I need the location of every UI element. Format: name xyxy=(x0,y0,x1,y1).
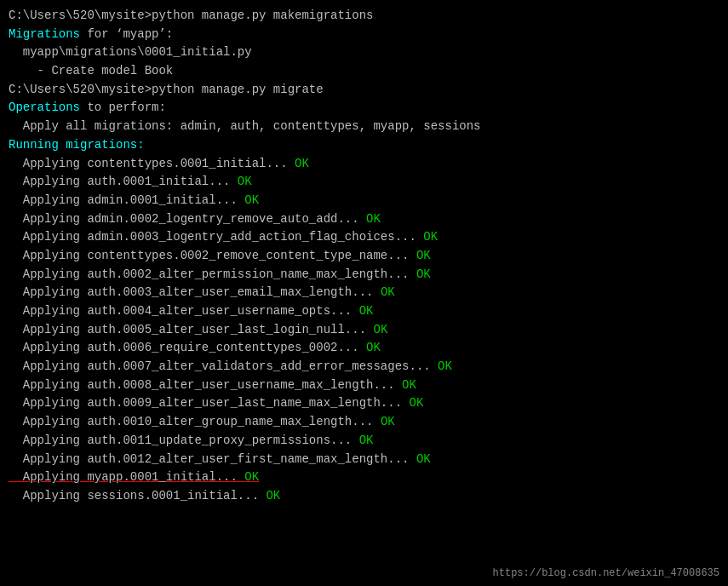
terminal-line: Applying auth.0006_require_contenttypes_… xyxy=(9,339,719,358)
terminal-line: Applying auth.0009_alter_user_last_name_… xyxy=(9,394,719,413)
terminal-line: Applying auth.0010_alter_group_name_max_… xyxy=(9,413,719,432)
terminal-line: Applying myapp.0001_initial... OK xyxy=(9,468,719,487)
terminal-line: Applying auth.0001_initial... OK xyxy=(9,173,719,192)
terminal-line: Applying auth.0003_alter_user_email_max_… xyxy=(9,284,719,302)
terminal-line: Applying auth.0005_alter_user_last_login… xyxy=(9,321,719,340)
terminal-line: - Create model Book xyxy=(9,62,719,81)
terminal-line: Applying auth.0004_alter_user_username_o… xyxy=(9,302,719,321)
terminal-line: Applying contenttypes.0001_initial... OK xyxy=(9,155,719,174)
terminal-line: Migrations for ‘myapp’: xyxy=(9,26,719,44)
terminal-line: Applying admin.0001_initial... OK xyxy=(9,192,719,210)
terminal-line: Running migrations: xyxy=(9,136,719,155)
terminal-line: Applying contenttypes.0002_remove_conten… xyxy=(9,247,719,266)
terminal-line: Applying auth.0011_update_proxy_permissi… xyxy=(9,432,719,451)
terminal-line: Applying admin.0002_logentry_remove_auto… xyxy=(9,210,719,229)
terminal-line: Applying admin.0003_logentry_add_action_… xyxy=(9,228,719,247)
terminal-line: Applying auth.0008_alter_user_username_m… xyxy=(9,376,719,395)
terminal-line: C:\Users\520\mysite>python manage.py mig… xyxy=(9,81,719,100)
terminal-line: Operations to perform: xyxy=(9,99,719,118)
terminal-line: Applying sessions.0001_initial... OK xyxy=(9,487,719,506)
terminal-line: myapp\migrations\0001_initial.py xyxy=(9,43,719,62)
terminal-window: C:\Users\520\mysite>python manage.py mak… xyxy=(0,0,728,586)
watermark: https://blog.csdn.net/weixin_47008635 xyxy=(493,567,719,579)
terminal-line: Applying auth.0002_alter_permission_name… xyxy=(9,266,719,284)
terminal-line: C:\Users\520\mysite>python manage.py mak… xyxy=(9,7,719,26)
terminal-line: Applying auth.0012_alter_user_first_name… xyxy=(9,451,719,469)
terminal-line: Apply all migrations: admin, auth, conte… xyxy=(9,118,719,136)
terminal-line: Applying auth.0007_alter_validators_add_… xyxy=(9,358,719,376)
